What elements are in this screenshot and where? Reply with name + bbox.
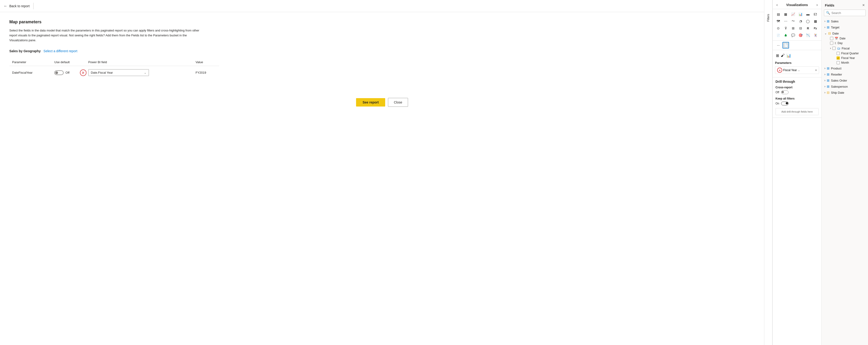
param-tag: a Fiscal Year ⌄ ×: [775, 66, 819, 74]
field-item-date[interactable]: 📅 Date: [829, 36, 867, 41]
drill-through-section: Drill through Cross-report Off Keep all …: [773, 77, 822, 118]
toggle-label: Off: [65, 71, 69, 74]
table-row: DateFiscalYear Off b D: [9, 66, 219, 80]
field-item-month[interactable]: Month: [835, 60, 867, 65]
fiscal-sub-items: Fiscal Quarter ✓ Fiscal Year Month: [829, 51, 867, 65]
viz-tab-format-icon[interactable]: 🖌: [780, 52, 785, 59]
toggle-container: Off: [54, 70, 83, 75]
col-header-power-bi-field: Power BI field: [86, 58, 193, 66]
product-table-icon: ⊞: [827, 66, 830, 70]
keep-filters-toggle[interactable]: [781, 102, 788, 105]
fiscal-year-checkbox[interactable]: ✓: [837, 56, 840, 60]
date-checkbox[interactable]: [830, 37, 833, 40]
content-area: Map parameters Select the fields in the …: [0, 12, 764, 345]
viz-icon-r[interactable]: R: [805, 25, 811, 31]
cross-report-toggle[interactable]: [781, 90, 788, 94]
viz-icon-bar[interactable]: ▤: [775, 11, 781, 18]
viz-panel-collapse-btn[interactable]: ‹: [776, 3, 778, 7]
header-divider: [33, 3, 34, 9]
drill-drop-zone[interactable]: Add drill-through fields here: [775, 108, 818, 115]
field-item-day[interactable]: Σ Day: [829, 41, 867, 46]
viz-icon-kpi[interactable]: 📉: [805, 32, 811, 38]
field-item-fiscal-year[interactable]: ✓ Fiscal Year: [835, 56, 867, 60]
sales-order-table-icon: ⊞: [827, 79, 830, 82]
viz-icon-funnel[interactable]: ⊽: [782, 25, 789, 31]
field-group-ship-date-header[interactable]: › ⊟ Ship Date: [823, 90, 867, 95]
search-input[interactable]: [831, 11, 864, 15]
field-group-target-header[interactable]: › ⊞ Target: [823, 25, 867, 30]
page-title: Map parameters: [9, 20, 755, 25]
viz-icon-table[interactable]: ⊞: [790, 25, 797, 31]
viz-icon-area[interactable]: 🗠: [812, 11, 818, 18]
viz-icon-bar3[interactable]: 📊: [797, 11, 804, 18]
ship-date-table-icon: ⊟: [827, 91, 830, 94]
field-group-reseller-header[interactable]: › ⊞ Reseller: [823, 71, 867, 77]
search-box[interactable]: 🔍: [824, 9, 866, 16]
date-label: Date: [832, 32, 839, 35]
viz-icon-pie[interactable]: ◔: [797, 18, 804, 25]
viz-icon-qa[interactable]: 💬: [790, 32, 797, 38]
reseller-expand-icon: ›: [825, 73, 825, 76]
ship-date-label: Ship Date: [831, 91, 844, 94]
viz-icon-line[interactable]: 📈: [790, 11, 797, 18]
fiscal-label: Fiscal: [842, 47, 849, 50]
date-item-label: Date: [840, 37, 845, 40]
viz-icon-py[interactable]: Py: [812, 25, 818, 31]
viz-paginated-active-icon[interactable]: 📄: [782, 42, 789, 49]
field-group-product-header[interactable]: › ⊞ Product: [823, 65, 867, 71]
viz-tab-analytics-icon[interactable]: 📊: [785, 52, 792, 59]
description-text: Select the fields in the data model that…: [9, 28, 200, 42]
field-group-sales-order-header[interactable]: › ⊞ Sales Order: [823, 78, 867, 83]
fields-close-btn[interactable]: ×: [862, 3, 865, 8]
back-to-report-link[interactable]: ← Back to report: [4, 4, 30, 8]
sales-table-icon: ⊞: [827, 19, 830, 23]
viz-tab-fields-icon[interactable]: ⊞: [775, 52, 780, 59]
param-tag-remove[interactable]: ×: [815, 68, 817, 72]
filters-label[interactable]: Filters: [767, 14, 770, 22]
main-area: ← Back to report Map parameters Select t…: [0, 0, 764, 345]
select-different-report-link[interactable]: Select a different report: [43, 49, 78, 53]
field-group-sales-header[interactable]: › ⊞ Sales: [823, 19, 867, 24]
salesperson-expand-icon: ›: [825, 85, 825, 88]
salesperson-label: Salesperson: [831, 85, 848, 88]
viz-icon-matrix[interactable]: ⊟: [797, 25, 804, 31]
close-button[interactable]: Close: [388, 98, 408, 107]
fields-title: Fields: [825, 3, 834, 7]
month-checkbox[interactable]: [837, 61, 840, 64]
viz-icon-map[interactable]: 🗺: [775, 18, 781, 25]
viz-icon-card[interactable]: 🃏: [812, 32, 818, 38]
viz-icon-bar2[interactable]: ▦: [782, 11, 789, 18]
viz-icon-donut[interactable]: ◯: [805, 18, 811, 25]
viz-icon-smart[interactable]: 🎯: [797, 32, 804, 38]
field-group-date-header[interactable]: ⌄ ⊟ Date: [823, 31, 867, 36]
viz-icon-scatter[interactable]: ⋯: [782, 18, 789, 25]
viz-icon-line2[interactable]: 〜: [790, 18, 797, 25]
see-report-button[interactable]: See report: [356, 98, 385, 107]
field-group-fiscal-header[interactable]: › 🗂 Fiscal: [829, 46, 867, 51]
filters-sidebar: Filters: [764, 0, 772, 345]
col-header-parameter: Parameter: [9, 58, 52, 66]
fiscal-checkbox[interactable]: [832, 47, 836, 50]
viz-panel-expand-btn[interactable]: ›: [816, 3, 818, 7]
params-section-label: Parameters: [775, 61, 819, 64]
use-default-toggle[interactable]: [54, 70, 64, 75]
params-table: Parameter Use default Power BI field Val…: [9, 58, 219, 79]
fiscal-quarter-checkbox[interactable]: [837, 52, 840, 55]
viz-icon-paginated[interactable]: 📄: [775, 32, 781, 38]
viz-icon-decomp[interactable]: 🌲: [782, 32, 789, 38]
keep-filters-toggle-knob: [786, 102, 788, 105]
keep-filters-value: On: [775, 102, 779, 105]
viz-icon-treemap[interactable]: ▩: [812, 18, 818, 25]
day-checkbox[interactable]: [830, 41, 833, 45]
date-table-icon: ⊟: [828, 31, 831, 35]
fields-list: › ⊞ Sales › ⊞ Target ⌄ ⊟ Date: [822, 19, 868, 345]
field-group-salesperson-header[interactable]: › ⊞ Salesperson: [823, 84, 867, 89]
power-bi-field-dropdown[interactable]: Date.Fiscal Year ⌄: [88, 69, 149, 76]
reseller-label: Reseller: [831, 73, 842, 76]
month-label: Month: [841, 61, 849, 64]
viz-more-icon[interactable]: ···: [775, 42, 781, 49]
viz-icon-gauge[interactable]: ⊙: [775, 25, 781, 31]
field-item-fiscal-quarter[interactable]: Fiscal Quarter: [835, 51, 867, 56]
annotation-a: a: [777, 67, 782, 73]
viz-icon-bar4[interactable]: ▬: [805, 11, 811, 18]
